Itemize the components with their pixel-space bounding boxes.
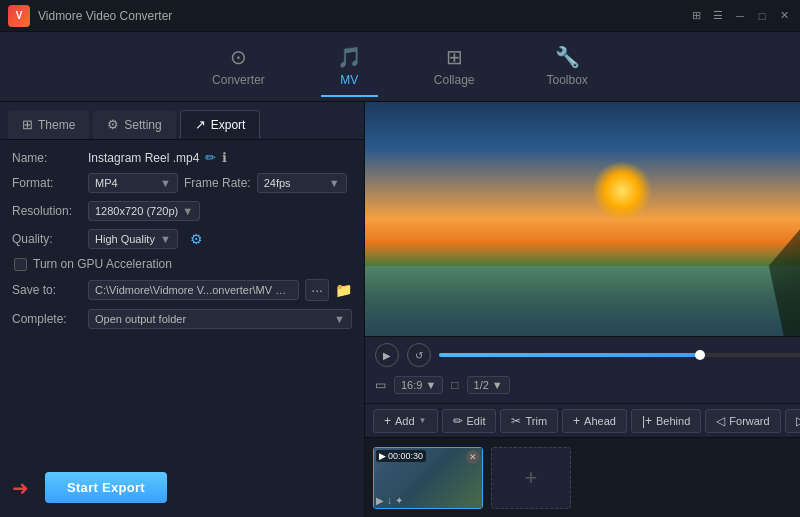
add-clip-icon: + [525, 465, 538, 491]
framerate-select[interactable]: 24fps ▼ [257, 173, 347, 193]
backward-button[interactable]: ▷ Backward [785, 409, 800, 433]
window-controls: ⊞ ☰ ─ □ ✕ [688, 8, 792, 24]
timeline-clip: ✕ ▶ 00:00:30 ▶ ↓ ✦ [373, 447, 483, 509]
quality-row: Quality: High Quality ▼ ⚙ [12, 229, 352, 249]
minimize-btn[interactable]: ─ [732, 8, 748, 24]
bottom-toolbar: + Add ▼ ✏ Edit ✂ Trim + Ahead |+ Behind … [365, 403, 800, 437]
nav-mv[interactable]: 🎵 MV [321, 37, 378, 97]
framerate-label: Frame Rate: [184, 176, 251, 190]
replay-button[interactable]: ↺ [407, 343, 431, 367]
forward-icon: ◁ [716, 414, 725, 428]
clip-controls-row: ▶ ↓ ✦ [376, 495, 403, 506]
frame-rate-group: Frame Rate: 24fps ▼ [184, 173, 347, 193]
quality-gear-icon[interactable]: ⚙ [190, 231, 203, 247]
ratio-arrow-icon: ▼ [425, 379, 436, 391]
backward-icon: ▷ [796, 414, 800, 428]
sub-nav-theme[interactable]: ⊞ Theme [8, 110, 89, 139]
clip-duration: ▶ 00:00:30 [376, 450, 426, 462]
sub-nav-setting-label: Setting [124, 118, 161, 132]
app-title: Vidmore Video Converter [38, 9, 688, 23]
play-button[interactable]: ▶ [375, 343, 399, 367]
right-panel: ▶ ↺ 00:00:21.07/00:00:30.01 🔊 ▭ 16:9 ▼ □ [365, 102, 800, 517]
sub-nav: ⊞ Theme ⚙ Setting ↗ Export [0, 102, 364, 140]
name-value-group: Instagram Reel .mp4 ✏ ℹ [88, 150, 352, 165]
clip-star-icon[interactable]: ✦ [395, 495, 403, 506]
add-dropdown-icon: ▼ [419, 416, 427, 425]
nav-collage-label: Collage [434, 73, 475, 87]
grid-btn[interactable]: ⊞ [688, 8, 704, 24]
resolution-row: Resolution: 1280x720 (720p) ▼ [12, 201, 352, 221]
format-select[interactable]: MP4 ▼ [88, 173, 178, 193]
menu-btn[interactable]: ☰ [710, 8, 726, 24]
page-value: 1/2 [474, 379, 489, 391]
forward-button[interactable]: ◁ Forward [705, 409, 780, 433]
saveto-folder-icon[interactable]: 📁 [335, 282, 352, 298]
add-clip-button[interactable]: + [491, 447, 571, 509]
saveto-row: Save to: C:\Vidmore\Vidmore V...onverter… [12, 279, 352, 301]
progress-thumb [695, 350, 705, 360]
clip-close-btn[interactable]: ✕ [466, 450, 480, 464]
export-nav-icon: ↗ [195, 117, 206, 132]
edit-icon: ✏ [453, 414, 463, 428]
ahead-label: Ahead [584, 415, 616, 427]
ahead-button[interactable]: + Ahead [562, 409, 627, 433]
quality-select[interactable]: High Quality ▼ [88, 229, 178, 249]
resolution-value: 1280x720 (720p) [95, 205, 178, 217]
complete-value: Open output folder [95, 313, 186, 325]
converter-icon: ⊙ [230, 45, 247, 69]
name-info-icon[interactable]: ℹ [222, 150, 227, 165]
framerate-arrow-icon: ▼ [329, 177, 340, 189]
nav-converter-label: Converter [212, 73, 265, 87]
name-edit-icon[interactable]: ✏ [205, 150, 216, 165]
saveto-path: C:\Vidmore\Vidmore V...onverter\MV Expor… [88, 280, 299, 300]
sun-glow [592, 161, 652, 221]
sub-nav-theme-label: Theme [38, 118, 75, 132]
gpu-checkbox[interactable] [14, 258, 27, 271]
quality-arrow-icon: ▼ [160, 233, 171, 245]
complete-label: Complete: [12, 312, 82, 326]
gpu-label: Turn on GPU Acceleration [33, 257, 172, 271]
controls-row2: ▭ 16:9 ▼ □ 1/2 ▼ Start Export [375, 373, 800, 397]
quality-value: High Quality [95, 233, 155, 245]
ratio-select[interactable]: 16:9 ▼ [394, 376, 443, 394]
sub-nav-export-label: Export [211, 118, 246, 132]
resolution-select[interactable]: 1280x720 (720p) ▼ [88, 201, 200, 221]
sub-nav-export[interactable]: ↗ Export [180, 110, 261, 139]
add-button[interactable]: + Add ▼ [373, 409, 438, 433]
ratio-value: 16:9 [401, 379, 422, 391]
sub-nav-setting[interactable]: ⚙ Setting [93, 110, 175, 139]
edit-button[interactable]: ✏ Edit [442, 409, 497, 433]
ahead-icon: + [573, 414, 580, 428]
trim-icon: ✂ [511, 414, 521, 428]
progress-track[interactable] [439, 353, 800, 357]
settings-area: Name: Instagram Reel .mp4 ✏ ℹ Format: MP… [0, 140, 364, 462]
quality-label: Quality: [12, 232, 82, 246]
maximize-btn[interactable]: □ [754, 8, 770, 24]
clip-audio-icon[interactable]: ↓ [387, 495, 392, 506]
add-icon: + [384, 414, 391, 428]
timeline: ✕ ▶ 00:00:30 ▶ ↓ ✦ + [365, 437, 800, 517]
nav-mv-label: MV [340, 73, 358, 87]
format-row: Format: MP4 ▼ Frame Rate: 24fps ▼ [12, 173, 352, 193]
clip-play-icon[interactable]: ▶ [376, 495, 384, 506]
video-preview [365, 102, 800, 336]
nav-collage[interactable]: ⊞ Collage [418, 37, 491, 97]
resolution-label: Resolution: [12, 204, 82, 218]
complete-select[interactable]: Open output folder ▼ [88, 309, 352, 329]
forward-label: Forward [729, 415, 769, 427]
behind-button[interactable]: |+ Behind [631, 409, 701, 433]
behind-label: Behind [656, 415, 690, 427]
nav-toolbox[interactable]: 🔧 Toolbox [531, 37, 604, 97]
complete-arrow-icon: ▼ [334, 313, 345, 325]
start-export-button[interactable]: Start Export [45, 472, 167, 503]
nav-converter[interactable]: ⊙ Converter [196, 37, 281, 97]
clip-duration-value: 00:00:30 [388, 451, 423, 461]
behind-icon: |+ [642, 414, 652, 428]
saveto-dots-btn[interactable]: ··· [305, 279, 329, 301]
app-logo: V [8, 5, 30, 27]
close-btn[interactable]: ✕ [776, 8, 792, 24]
theme-icon: ⊞ [22, 117, 33, 132]
page-select[interactable]: 1/2 ▼ [467, 376, 510, 394]
left-panel: ⊞ Theme ⚙ Setting ↗ Export Name: Instagr… [0, 102, 365, 517]
trim-button[interactable]: ✂ Trim [500, 409, 558, 433]
